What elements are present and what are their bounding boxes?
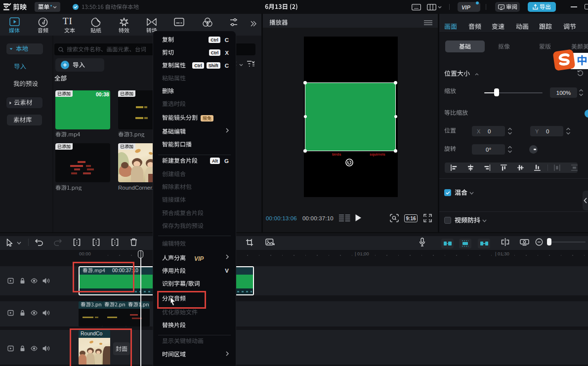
svg-text:VIP: VIP (462, 4, 470, 10)
svg-text:VIP: VIP (194, 255, 204, 262)
